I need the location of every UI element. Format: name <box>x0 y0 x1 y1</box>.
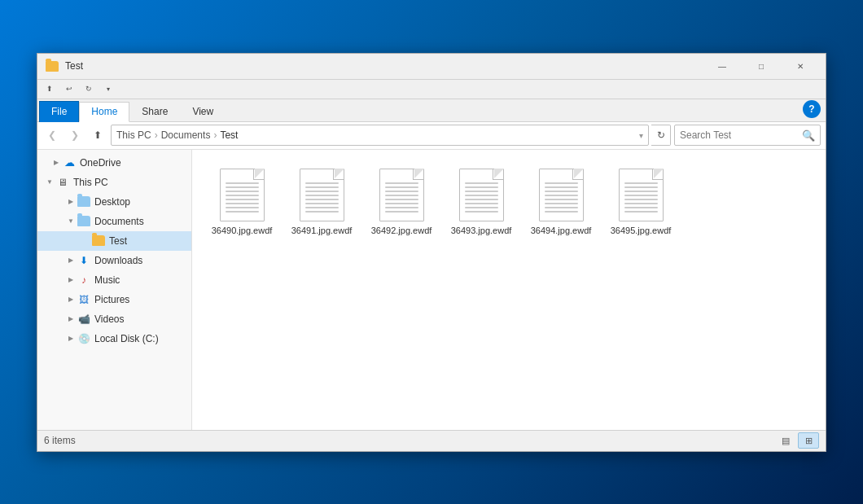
window-icon <box>44 58 60 74</box>
expand-documents: ▼ <box>65 216 77 227</box>
sidebar-item-music[interactable]: ▶ ♪ Music <box>37 270 191 290</box>
address-dropdown-button[interactable]: ▾ <box>639 131 643 140</box>
sidebar-label-onedrive: OneDrive <box>80 157 121 169</box>
expand-videos: ▶ <box>65 313 77 325</box>
doc-lines <box>226 182 259 213</box>
tab-view[interactable]: View <box>180 102 226 121</box>
ribbon-tabs: File Home Share View ? <box>37 99 826 122</box>
doc-corner <box>255 169 265 178</box>
folder-icon-small <box>46 61 59 72</box>
qa-redo-button[interactable]: ↻ <box>80 81 98 97</box>
file-icon <box>220 169 265 221</box>
qa-properties-button[interactable]: ⬆ <box>41 81 59 97</box>
status-item-count: 6 items <box>44 435 775 446</box>
drive-icon: 💿 <box>77 332 91 345</box>
expand-downloads: ▶ <box>65 255 77 266</box>
close-button[interactable]: ✕ <box>782 53 819 79</box>
file-icon <box>539 169 584 221</box>
sidebar-item-thispc[interactable]: ▼ 🖥 This PC <box>37 173 191 192</box>
onedrive-icon: ☁ <box>62 156 77 169</box>
tab-file[interactable]: File <box>39 101 79 122</box>
sidebar: ▶ ☁ OneDrive ▼ 🖥 This PC ▶ Desktop ▼ Doc… <box>37 150 192 430</box>
file-name: 36493.jpg.ewdf <box>451 225 512 236</box>
navigation-bar: ❮ ❯ ⬆ This PC › Documents › Test ▾ ↻ 🔍 <box>37 122 826 150</box>
doc-corner <box>335 169 344 178</box>
thispc-icon: 🖥 <box>55 176 70 189</box>
expand-music: ▶ <box>65 274 77 286</box>
details-view-button[interactable]: ▤ <box>775 432 796 449</box>
sidebar-label-music: Music <box>94 274 120 286</box>
doc-lines <box>545 182 578 213</box>
qa-dropdown-button[interactable]: ▾ <box>99 81 117 97</box>
qa-undo-button[interactable]: ↩ <box>60 81 78 97</box>
music-icon: ♪ <box>77 274 91 287</box>
doc-corner <box>654 169 664 178</box>
content-area: ▶ ☁ OneDrive ▼ 🖥 This PC ▶ Desktop ▼ Doc… <box>37 150 826 430</box>
sidebar-label-desktop: Desktop <box>94 196 130 208</box>
breadcrumb-test[interactable]: Test <box>220 129 238 141</box>
list-item[interactable]: 36495.jpg.ewdf <box>604 163 677 242</box>
doc-corner <box>414 169 424 178</box>
expand-desktop: ▶ <box>65 196 77 208</box>
breadcrumb-thispc[interactable]: This PC <box>116 129 151 141</box>
pictures-icon: 🖼 <box>77 293 91 306</box>
expand-localdisk: ▶ <box>65 333 77 344</box>
sidebar-label-downloads: Downloads <box>94 255 142 266</box>
test-folder-icon <box>91 234 106 248</box>
list-item[interactable]: 36490.jpg.ewdf <box>205 163 278 242</box>
sidebar-label-test: Test <box>109 235 127 247</box>
file-name: 36490.jpg.ewdf <box>212 225 273 236</box>
back-button[interactable]: ❮ <box>42 125 62 145</box>
documents-icon <box>77 215 91 228</box>
up-button[interactable]: ⬆ <box>88 125 107 145</box>
file-explorer-window: Test — □ ✕ ⬆ ↩ ↻ ▾ File Home Share View … <box>37 53 826 452</box>
doc-corner <box>574 169 584 178</box>
file-name: 36494.jpg.ewdf <box>531 225 592 236</box>
search-bar[interactable]: 🔍 <box>674 125 821 146</box>
sidebar-item-test[interactable]: ▶ Test <box>37 231 191 251</box>
sidebar-item-desktop[interactable]: ▶ Desktop <box>37 192 191 212</box>
doc-lines <box>305 182 339 213</box>
list-item[interactable]: 36492.jpg.ewdf <box>365 163 438 242</box>
file-name: 36491.jpg.ewdf <box>291 225 353 236</box>
sidebar-item-downloads[interactable]: ▶ ⬇ Downloads <box>37 251 191 270</box>
sidebar-label-thispc: This PC <box>73 177 108 188</box>
list-item[interactable]: 36491.jpg.ewdf <box>285 163 358 242</box>
search-icon[interactable]: 🔍 <box>802 129 815 142</box>
desktop-icon <box>77 195 91 208</box>
forward-button[interactable]: ❯ <box>65 125 85 145</box>
sidebar-item-documents[interactable]: ▼ Documents <box>37 212 191 231</box>
list-item[interactable]: 36493.jpg.ewdf <box>445 163 518 242</box>
tab-home[interactable]: Home <box>79 102 129 122</box>
large-icon-view-button[interactable]: ⊞ <box>798 432 819 449</box>
file-icon <box>300 169 344 221</box>
file-icon <box>379 169 424 221</box>
sidebar-label-pictures: Pictures <box>94 294 129 305</box>
breadcrumb-sep-1: › <box>155 129 158 141</box>
tab-share[interactable]: Share <box>129 102 180 121</box>
videos-icon: 📹 <box>77 313 91 326</box>
help-button[interactable]: ? <box>803 100 821 118</box>
sidebar-item-pictures[interactable]: ▶ 🖼 Pictures <box>37 290 191 309</box>
expand-pictures: ▶ <box>65 294 77 305</box>
sidebar-label-localdisk: Local Disk (C:) <box>94 333 159 344</box>
downloads-icon: ⬇ <box>77 254 91 267</box>
minimize-button[interactable]: — <box>703 53 741 79</box>
maximize-button[interactable]: □ <box>743 53 780 79</box>
address-bar[interactable]: This PC › Documents › Test ▾ <box>111 125 649 146</box>
status-bar: 6 items ▤ ⊞ <box>37 430 826 451</box>
sidebar-item-videos[interactable]: ▶ 📹 Videos <box>37 309 191 329</box>
file-area: 36490.jpg.ewdf 36491.jpg.ewdf 36492.jpg.… <box>192 150 826 430</box>
search-input[interactable] <box>680 129 802 141</box>
file-name: 36495.jpg.ewdf <box>611 225 672 236</box>
view-buttons: ▤ ⊞ <box>775 432 819 449</box>
list-item[interactable]: 36494.jpg.ewdf <box>524 163 598 242</box>
expand-onedrive: ▶ <box>50 157 62 169</box>
sidebar-item-localdisk[interactable]: ▶ 💿 Local Disk (C:) <box>37 329 191 348</box>
doc-lines <box>385 182 418 213</box>
sidebar-item-onedrive[interactable]: ▶ ☁ OneDrive <box>37 153 191 173</box>
refresh-button[interactable]: ↻ <box>651 125 671 146</box>
breadcrumb-documents[interactable]: Documents <box>161 129 211 141</box>
quick-access-toolbar: ⬆ ↩ ↻ ▾ <box>37 80 826 99</box>
file-icon <box>459 169 504 221</box>
